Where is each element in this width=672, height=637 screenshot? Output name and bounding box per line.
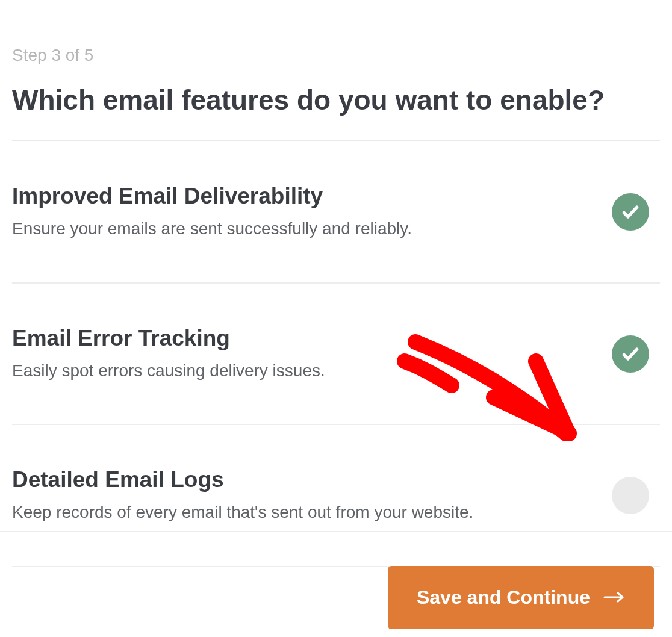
toggle-deliverability[interactable] <box>612 193 649 231</box>
feature-title: Improved Email Deliverability <box>12 184 412 209</box>
feature-description: Keep records of every email that's sent … <box>12 501 473 524</box>
feature-text: Improved Email Deliverability Ensure you… <box>12 184 412 240</box>
check-icon <box>621 344 640 364</box>
footer: Save and Continue <box>388 531 654 629</box>
save-and-continue-button[interactable]: Save and Continue <box>388 566 654 629</box>
feature-description: Ensure your emails are sent successfully… <box>12 217 412 240</box>
feature-text: Detailed Email Logs Keep records of ever… <box>12 467 473 524</box>
check-icon <box>621 202 640 222</box>
toggle-email-logs[interactable] <box>612 477 649 514</box>
feature-text: Email Error Tracking Easily spot errors … <box>12 326 325 382</box>
page-title: Which email features do you want to enab… <box>12 84 660 141</box>
arrow-right-icon <box>603 586 625 609</box>
setup-wizard-step: Step 3 of 5 Which email features do you … <box>0 0 672 567</box>
feature-title: Detailed Email Logs <box>12 467 473 493</box>
feature-row-error-tracking: Email Error Tracking Easily spot errors … <box>12 284 660 426</box>
save-button-label: Save and Continue <box>417 586 590 609</box>
feature-title: Email Error Tracking <box>12 326 325 351</box>
feature-row-deliverability: Improved Email Deliverability Ensure you… <box>12 141 660 284</box>
step-indicator: Step 3 of 5 <box>12 46 660 65</box>
toggle-error-tracking[interactable] <box>612 335 649 373</box>
feature-description: Easily spot errors causing delivery issu… <box>12 359 325 382</box>
